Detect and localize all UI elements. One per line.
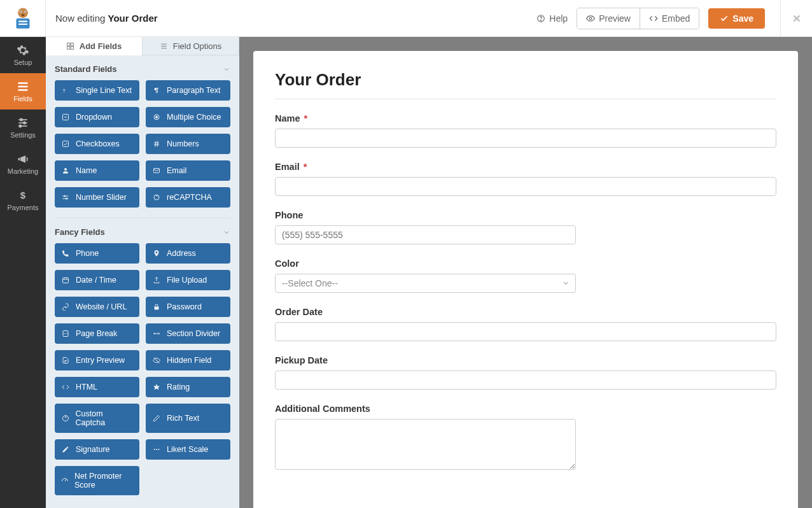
close-button[interactable] xyxy=(780,0,812,37)
field-signature[interactable]: Signature xyxy=(55,439,139,460)
paragraph-icon xyxy=(152,87,161,94)
name-input[interactable] xyxy=(275,129,776,148)
field-custom-captcha[interactable]: Custom Captcha xyxy=(55,404,139,433)
eye-slash-icon xyxy=(152,356,161,364)
nav-settings-label: Settings xyxy=(10,131,36,139)
field-recaptcha[interactable]: reCAPTCHA xyxy=(146,187,230,208)
sliders-icon xyxy=(17,116,29,129)
text-icon: T xyxy=(61,87,70,94)
comments-label: Additional Comments xyxy=(275,404,776,414)
svg-point-11 xyxy=(589,17,592,20)
field-html[interactable]: HTML xyxy=(55,377,139,397)
panel-body: Standard Fields TSingle Line Text Paragr… xyxy=(46,55,239,508)
color-select[interactable]: --Select One-- xyxy=(275,274,576,293)
field-multiple-choice[interactable]: Multiple Choice xyxy=(146,107,230,127)
svg-point-4 xyxy=(24,11,25,12)
svg-rect-24 xyxy=(67,43,69,46)
help-link[interactable]: Help xyxy=(536,13,568,24)
field-website[interactable]: Website / URL xyxy=(55,297,139,317)
preview-embed-group: Preview Embed xyxy=(577,8,699,29)
phone-icon xyxy=(61,250,70,257)
standard-fields-head[interactable]: Standard Fields xyxy=(55,55,230,80)
editing-label: Now editing Your Order xyxy=(55,13,158,24)
field-color-preview[interactable]: Color --Select One-- xyxy=(275,258,776,293)
field-page-break[interactable]: Page Break xyxy=(55,323,139,344)
tab-field-options[interactable]: Field Options xyxy=(143,37,239,55)
save-button[interactable]: Save xyxy=(708,8,765,29)
field-pickup-date-preview[interactable]: Pickup Date xyxy=(275,355,776,390)
field-password[interactable]: Password xyxy=(146,297,230,317)
form-title[interactable]: Your Order xyxy=(275,70,776,90)
ellipsis-icon xyxy=(152,446,161,453)
field-email[interactable]: Email xyxy=(146,160,230,181)
field-rich-text[interactable]: Rich Text xyxy=(146,404,230,433)
pickup-date-input[interactable] xyxy=(275,370,776,390)
map-pin-icon xyxy=(152,250,161,257)
field-order-date-preview[interactable]: Order Date xyxy=(275,307,776,341)
order-date-input[interactable] xyxy=(275,322,776,341)
field-checkboxes[interactable]: Checkboxes xyxy=(55,134,139,154)
field-datetime[interactable]: Date / Time xyxy=(55,270,139,290)
field-likert[interactable]: Likert Scale xyxy=(146,439,230,460)
svg-point-22 xyxy=(19,125,21,127)
preview-label: Preview xyxy=(599,13,631,24)
tab-add-fields[interactable]: Add Fields xyxy=(46,37,143,55)
field-email-preview[interactable]: Email * xyxy=(275,162,776,196)
nav-settings[interactable]: Settings xyxy=(0,109,46,146)
tab-field-options-label: Field Options xyxy=(173,41,222,51)
svg-rect-25 xyxy=(71,43,73,46)
nav-setup[interactable]: Setup xyxy=(0,37,46,73)
embed-label: Embed xyxy=(662,13,690,24)
vertical-nav: Setup Fields Settings Marketing $ Paymen… xyxy=(0,37,46,508)
comments-textarea[interactable] xyxy=(275,419,576,470)
check-icon xyxy=(720,14,729,23)
phone-input[interactable] xyxy=(275,225,576,244)
field-name[interactable]: Name xyxy=(55,160,139,181)
svg-point-45 xyxy=(66,198,67,199)
fields-panel: Add Fields Field Options Standard Fields… xyxy=(46,37,239,508)
nav-setup-label: Setup xyxy=(14,59,32,66)
file-icon xyxy=(61,356,70,364)
email-input[interactable] xyxy=(275,177,776,196)
field-phone[interactable]: Phone xyxy=(55,243,139,264)
pencil-icon xyxy=(61,446,70,453)
field-dropdown[interactable]: Dropdown xyxy=(55,107,139,127)
field-file-upload[interactable]: File Upload xyxy=(146,270,230,290)
nav-marketing-label: Marketing xyxy=(8,167,38,175)
field-section-divider[interactable]: Section Divider xyxy=(146,323,230,344)
svg-rect-8 xyxy=(18,23,27,24)
svg-rect-32 xyxy=(63,115,69,120)
field-address[interactable]: Address xyxy=(146,243,230,264)
order-date-label: Order Date xyxy=(275,307,776,317)
svg-line-63 xyxy=(65,479,66,481)
nav-fields[interactable]: Fields xyxy=(0,73,46,109)
field-hidden-field[interactable]: Hidden Field xyxy=(146,350,230,370)
field-phone-preview[interactable]: Phone xyxy=(275,210,776,244)
checkbox-icon xyxy=(61,140,70,148)
field-comments-preview[interactable]: Additional Comments xyxy=(275,404,776,472)
field-number-slider[interactable]: Number Slider xyxy=(55,187,139,208)
form-canvas[interactable]: Your Order Name * Email * Phone Color --… xyxy=(253,51,798,508)
svg-point-43 xyxy=(64,195,66,197)
arrows-h-icon xyxy=(152,330,161,337)
standard-fields-grid: TSingle Line Text Paragraph Text Dropdow… xyxy=(55,80,230,208)
fancy-fields-head[interactable]: Fancy Fields xyxy=(55,218,230,243)
nav-payments[interactable]: $ Payments xyxy=(0,182,46,218)
field-rating[interactable]: Rating xyxy=(146,377,230,397)
field-entry-preview[interactable]: Entry Preview xyxy=(55,350,139,370)
field-numbers[interactable]: Numbers xyxy=(146,134,230,154)
svg-point-3 xyxy=(20,11,21,12)
chevron-down-icon xyxy=(223,229,230,236)
preview-button[interactable]: Preview xyxy=(577,8,640,29)
svg-rect-16 xyxy=(18,89,28,91)
field-paragraph-text[interactable]: Paragraph Text xyxy=(146,80,230,101)
gauge-icon xyxy=(61,477,69,484)
star-icon xyxy=(152,383,161,391)
field-name-preview[interactable]: Name * xyxy=(275,113,776,148)
svg-line-38 xyxy=(155,141,156,147)
field-nps[interactable]: Net Promoter Score xyxy=(55,466,139,495)
nav-marketing[interactable]: Marketing xyxy=(0,146,46,182)
field-single-line-text[interactable]: TSingle Line Text xyxy=(55,80,139,101)
page-break-icon xyxy=(61,330,70,337)
embed-button[interactable]: Embed xyxy=(640,8,699,29)
